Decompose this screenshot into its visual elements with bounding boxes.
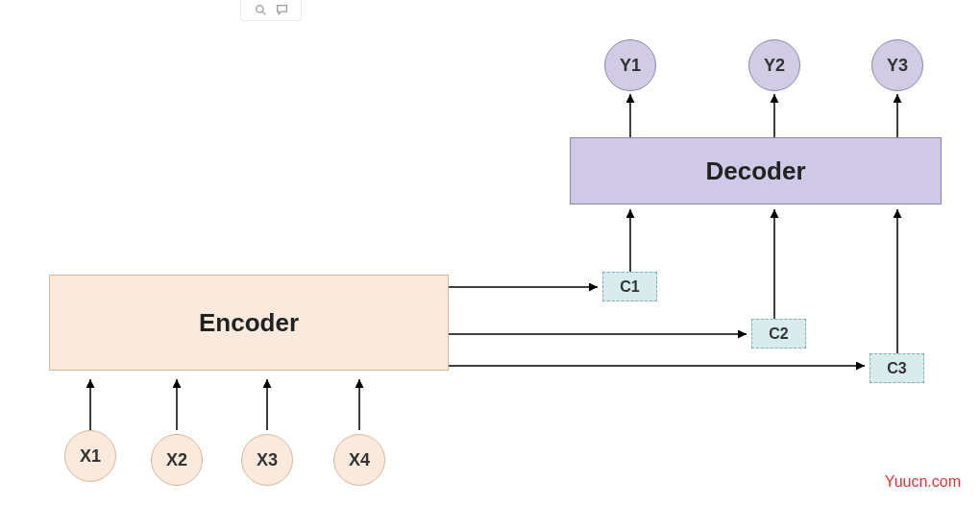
output-node-y1: Y1 <box>604 39 656 91</box>
svg-line-1 <box>262 12 265 14</box>
encoder-label: Encoder <box>199 308 299 338</box>
context-box-c3: C3 <box>870 353 924 383</box>
svg-point-0 <box>256 6 262 12</box>
context-label: C1 <box>620 278 639 296</box>
node-label: Y2 <box>764 56 785 76</box>
decoder-block: Decoder <box>570 137 942 204</box>
node-label: X4 <box>349 450 370 470</box>
output-node-y3: Y3 <box>871 39 923 91</box>
input-node-x4: X4 <box>333 434 385 486</box>
node-label: X2 <box>166 450 187 470</box>
context-box-c2: C2 <box>751 319 806 349</box>
context-label: C2 <box>769 325 788 343</box>
node-label: X1 <box>80 446 101 467</box>
context-label: C3 <box>887 360 906 377</box>
decoder-label: Decoder <box>705 156 805 186</box>
comment-icon[interactable] <box>275 4 288 17</box>
node-label: Y1 <box>620 56 641 76</box>
input-node-x2: X2 <box>151 434 203 486</box>
context-box-c1: C1 <box>602 272 657 301</box>
input-node-x3: X3 <box>241 434 293 486</box>
image-toolbar <box>240 0 302 21</box>
search-icon[interactable] <box>254 4 267 17</box>
node-label: Y3 <box>887 56 908 76</box>
output-node-y2: Y2 <box>748 39 800 91</box>
watermark-text: Yuucn.com <box>885 473 961 491</box>
node-label: X3 <box>257 450 278 470</box>
input-node-x1: X1 <box>64 430 116 482</box>
diagram-arrows <box>0 0 980 529</box>
encoder-block: Encoder <box>49 275 449 371</box>
